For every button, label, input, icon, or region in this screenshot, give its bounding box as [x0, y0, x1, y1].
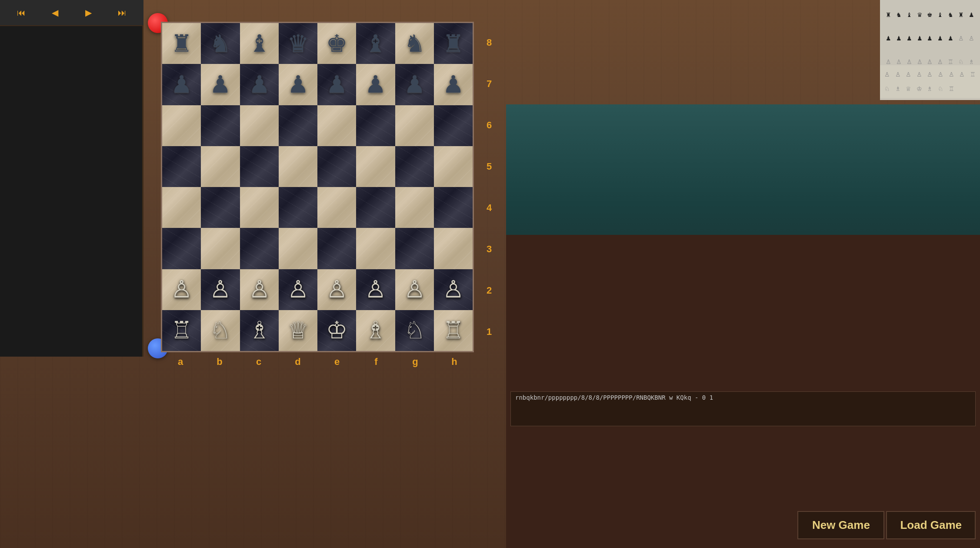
square-c3[interactable]	[240, 228, 279, 269]
selector-piece-17[interactable]: ♙	[967, 27, 977, 50]
square-a7[interactable]: ♟	[162, 64, 201, 105]
square-c6[interactable]	[240, 105, 279, 146]
square-e8[interactable]: ♚	[317, 23, 356, 64]
square-g3[interactable]	[395, 228, 434, 269]
selector-piece-12[interactable]: ♟	[915, 27, 925, 50]
square-f7[interactable]: ♟	[356, 64, 395, 105]
square-f1[interactable]: ♗	[356, 310, 395, 351]
square-h2[interactable]: ♙	[434, 269, 473, 310]
selector-piece-white-3[interactable]: ♙	[914, 67, 925, 81]
square-d4[interactable]	[279, 187, 317, 228]
square-b4[interactable]	[201, 187, 240, 228]
square-b7[interactable]: ♟	[201, 64, 240, 105]
next-button[interactable]: ▶	[78, 4, 100, 21]
selector-piece-7[interactable]: ♜	[956, 3, 966, 27]
square-d3[interactable]	[279, 228, 317, 269]
selector-piece-white-5[interactable]: ♙	[936, 67, 946, 81]
square-h3[interactable]	[434, 228, 473, 269]
prev-button[interactable]: ◀	[44, 4, 66, 21]
selector-piece-white-12[interactable]: ♔	[914, 82, 925, 96]
square-d2[interactable]: ♙	[279, 269, 317, 310]
chess-board[interactable]: ♜♞♝♛♚♝♞♜♟♟♟♟♟♟♟♟♙♙♙♙♙♙♙♙♖♘♗♕♔♗♘♖	[161, 22, 474, 352]
square-g2[interactable]: ♙	[395, 269, 434, 310]
square-d5[interactable]	[279, 146, 317, 187]
square-f3[interactable]	[356, 228, 395, 269]
selector-piece-9[interactable]: ♟	[883, 27, 893, 50]
square-c4[interactable]	[240, 187, 279, 228]
square-d8[interactable]: ♛	[279, 23, 317, 64]
square-f8[interactable]: ♝	[356, 23, 395, 64]
square-a1[interactable]: ♖	[162, 310, 201, 351]
square-d1[interactable]: ♕	[279, 310, 317, 351]
square-g8[interactable]: ♞	[395, 23, 434, 64]
selector-piece-0[interactable]: ♜	[883, 3, 893, 27]
selector-piece-white-4[interactable]: ♙	[925, 67, 935, 81]
square-h4[interactable]	[434, 187, 473, 228]
fen-display[interactable]: rnbqkbnr/pppppppp/8/8/8/PPPPPPPP/RNBQKBN…	[510, 391, 976, 426]
selector-piece-1[interactable]: ♞	[894, 3, 904, 27]
square-a4[interactable]	[162, 187, 201, 228]
selector-piece-white-2[interactable]: ♙	[903, 67, 914, 81]
selector-piece-white-6[interactable]: ♙	[946, 67, 957, 81]
selector-piece-white-0[interactable]: ♙	[882, 67, 893, 81]
square-b5[interactable]	[201, 146, 240, 187]
square-h1[interactable]: ♖	[434, 310, 473, 351]
selector-piece-white-13[interactable]: ♗	[925, 82, 935, 96]
selector-piece-4[interactable]: ♚	[925, 3, 935, 27]
square-e4[interactable]	[317, 187, 356, 228]
selector-piece-11[interactable]: ♟	[904, 27, 914, 50]
square-g5[interactable]	[395, 146, 434, 187]
selector-piece-white-15[interactable]: ♖	[946, 82, 957, 96]
square-c8[interactable]: ♝	[240, 23, 279, 64]
square-b2[interactable]: ♙	[201, 269, 240, 310]
square-a6[interactable]	[162, 105, 201, 146]
selector-piece-white-8[interactable]: ♖	[967, 67, 978, 81]
square-a2[interactable]: ♙	[162, 269, 201, 310]
square-f2[interactable]: ♙	[356, 269, 395, 310]
new-game-button[interactable]: New Game	[797, 511, 884, 539]
square-f4[interactable]	[356, 187, 395, 228]
selector-piece-14[interactable]: ♟	[935, 27, 945, 50]
square-b8[interactable]: ♞	[201, 23, 240, 64]
square-e1[interactable]: ♔	[317, 310, 356, 351]
square-e2[interactable]: ♙	[317, 269, 356, 310]
square-f5[interactable]	[356, 146, 395, 187]
square-c5[interactable]	[240, 146, 279, 187]
square-g4[interactable]	[395, 187, 434, 228]
square-d6[interactable]	[279, 105, 317, 146]
square-a3[interactable]	[162, 228, 201, 269]
square-g1[interactable]: ♘	[395, 310, 434, 351]
selector-piece-white-14[interactable]: ♘	[936, 82, 946, 96]
selector-piece-8[interactable]: ♟	[967, 3, 977, 27]
square-e7[interactable]: ♟	[317, 64, 356, 105]
square-d7[interactable]: ♟	[279, 64, 317, 105]
selector-piece-13[interactable]: ♟	[925, 27, 935, 50]
selector-piece-10[interactable]: ♟	[894, 27, 904, 50]
selector-piece-white-1[interactable]: ♙	[893, 67, 903, 81]
square-e5[interactable]	[317, 146, 356, 187]
square-h8[interactable]: ♜	[434, 23, 473, 64]
square-a8[interactable]: ♜	[162, 23, 201, 64]
square-c1[interactable]: ♗	[240, 310, 279, 351]
selector-piece-3[interactable]: ♛	[915, 3, 925, 27]
selector-piece-white-11[interactable]: ♕	[903, 82, 914, 96]
square-e6[interactable]	[317, 105, 356, 146]
square-e3[interactable]	[317, 228, 356, 269]
square-b3[interactable]	[201, 228, 240, 269]
selector-piece-white-10[interactable]: ♗	[893, 82, 903, 96]
selector-piece-6[interactable]: ♞	[946, 3, 956, 27]
square-g7[interactable]: ♟	[395, 64, 434, 105]
load-game-button[interactable]: Load Game	[886, 511, 976, 539]
selector-piece-5[interactable]: ♝	[935, 3, 945, 27]
square-h5[interactable]	[434, 146, 473, 187]
square-f6[interactable]	[356, 105, 395, 146]
selector-piece-15[interactable]: ♟	[946, 27, 956, 50]
selector-piece-2[interactable]: ♝	[904, 3, 914, 27]
selector-piece-white-7[interactable]: ♙	[957, 67, 967, 81]
square-c7[interactable]: ♟	[240, 64, 279, 105]
selector-piece-16[interactable]: ♙	[956, 27, 966, 50]
square-g6[interactable]	[395, 105, 434, 146]
square-h6[interactable]	[434, 105, 473, 146]
square-c2[interactable]: ♙	[240, 269, 279, 310]
square-b6[interactable]	[201, 105, 240, 146]
